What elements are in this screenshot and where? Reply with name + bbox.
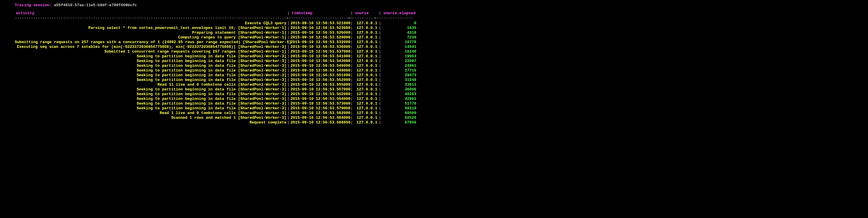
cell-timestamp: 2015-09-10 12:56:53.584000 <box>290 116 349 120</box>
column-separator: | <box>286 111 290 115</box>
cell-activity: Submitted 1 concurrent range requests co… <box>15 49 286 54</box>
cell-source: 127.0.0.1 <box>354 73 378 77</box>
table-row: Seeking to partition beginning in data f… <box>15 101 853 106</box>
column-separator: | <box>378 54 382 59</box>
cell-activity: Seeking to partition beginning in data f… <box>15 97 286 101</box>
divider-plus: + <box>374 16 377 20</box>
table-row: Parsing select * from vortex_powervomit_… <box>15 26 853 30</box>
column-separator: | <box>378 92 382 96</box>
column-separator: | <box>349 68 354 73</box>
cell-source: 127.0.0.1 <box>354 21 378 25</box>
cell-activity: Seeking to partition beginning in data f… <box>15 59 286 63</box>
cell-activity: Seeking to partition beginning in data f… <box>15 54 286 59</box>
column-separator: | <box>378 73 382 77</box>
cell-timestamp: 2015-09-10 12:56:53.523000 <box>290 26 349 30</box>
divider-plus: + <box>348 16 350 20</box>
cell-source: 127.0.0.1 <box>354 59 378 63</box>
column-separator: | <box>378 120 382 125</box>
column-separator: | <box>349 30 354 35</box>
cell-timestamp: 2015-09-10 12:56:53.549000 <box>290 68 349 73</box>
column-separator: | <box>286 40 290 44</box>
cell-activity: Seeking to partition beginning in data f… <box>15 106 286 111</box>
column-separator: | <box>349 40 354 44</box>
cell-timestamp: 2015-09-10 12:56:53.536000 <box>290 44 349 49</box>
cell-source: 127.0.0.1 <box>354 26 378 30</box>
divider-activity: ----------------------------------------… <box>15 16 286 20</box>
cell-source: 127.0.0.1 <box>354 54 378 59</box>
cell-source: 127.0.0.1 <box>354 40 378 44</box>
column-separator: | <box>378 106 382 111</box>
column-separator: | <box>378 116 382 120</box>
column-separator: | <box>286 78 290 82</box>
header-elapsed: source_elapsed <box>382 11 417 15</box>
column-separator: | <box>378 11 382 15</box>
table-row: Read 1 live and 0 tombstone cells [Share… <box>15 111 853 115</box>
column-separator: | <box>349 44 354 49</box>
column-separator: | <box>286 120 290 125</box>
column-separator: | <box>286 116 290 120</box>
table-row: Read 11 live and 0 tombstone cells [Shar… <box>15 83 853 87</box>
cell-elapsed: 24961 <box>382 63 417 68</box>
table-header-row: activity|timestamp|source|source_elapsed <box>15 11 853 15</box>
header-activity: activity <box>15 11 286 15</box>
cell-activity: Seeking to partition beginning in data f… <box>15 63 286 68</box>
cell-timestamp: 2015-09-10 12:56:53.551000 <box>290 73 349 77</box>
cell-source: 127.0.0.1 <box>354 78 378 82</box>
cell-elapsed: 0 <box>382 21 417 25</box>
cell-elapsed: 22097 <box>382 59 417 63</box>
cell-source: 127.0.0.1 <box>354 68 378 73</box>
table-row: Seeking to partition beginning in data f… <box>15 78 853 82</box>
cell-elapsed: 16240 <box>382 49 417 54</box>
column-separator: | <box>349 11 354 15</box>
column-separator: | <box>349 35 354 39</box>
cell-activity: Request complete <box>15 120 286 125</box>
table-row: Seeking to partition beginning in data f… <box>15 92 853 96</box>
column-separator: | <box>378 49 382 54</box>
cell-source: 127.0.0.1 <box>354 97 378 101</box>
header-source: source <box>354 11 378 15</box>
column-separator: | <box>378 83 382 87</box>
column-separator: | <box>349 26 354 30</box>
column-separator: | <box>349 49 354 54</box>
cell-activity: Submitting range requests on 257 ranges … <box>15 40 286 44</box>
cell-activity: Read 11 live and 0 tombstone cells [Shar… <box>15 83 286 87</box>
cell-elapsed: 10778 <box>382 40 417 44</box>
cell-elapsed: 4318 <box>382 30 417 35</box>
table-row: Seeking to partition beginning in data f… <box>15 87 853 92</box>
column-separator: | <box>378 21 382 25</box>
cell-timestamp: 2015-09-10 12:56:53.557000 <box>290 87 349 92</box>
column-separator: | <box>286 68 290 73</box>
column-separator: | <box>378 26 382 30</box>
column-separator: | <box>378 63 382 68</box>
cell-source: 127.0.0.1 <box>354 101 378 106</box>
column-separator: | <box>286 49 290 54</box>
cell-elapsed: 58210 <box>382 106 417 111</box>
cell-source: 127.0.0.1 <box>354 120 378 125</box>
cell-elapsed: 60590 <box>382 111 417 115</box>
table-row: Seeking to partition beginning in data f… <box>15 106 853 111</box>
column-separator: | <box>286 106 290 111</box>
cell-activity: Seeking to partition beginning in data f… <box>15 101 286 106</box>
table-row: Seeking to partition beginning in data f… <box>15 97 853 101</box>
table-row: Seeking to partition beginning in data f… <box>15 54 853 59</box>
column-separator: | <box>378 59 382 63</box>
divider-source: ----------- <box>350 16 374 20</box>
cell-elapsed: 36066 <box>382 87 417 92</box>
column-separator: | <box>349 21 354 25</box>
table-row: Request complete|2015-09-10 12:56:53.588… <box>15 120 853 125</box>
header-timestamp: timestamp <box>290 11 349 15</box>
cell-elapsed: 19963 <box>382 54 417 59</box>
cell-activity: Seeking to partition beginning in data f… <box>15 73 286 77</box>
table-row: Seeking to partition beginning in data f… <box>15 63 853 68</box>
column-separator: | <box>286 54 290 59</box>
cell-elapsed: 14541 <box>382 44 417 49</box>
column-separator: | <box>286 59 290 63</box>
cell-source: 127.0.0.1 <box>354 63 378 68</box>
cell-activity: Parsing select * from vortex_powervomit_… <box>15 26 286 30</box>
column-separator: | <box>286 44 290 49</box>
cell-timestamp: 2015-09-10 12:56:53.541000 <box>290 54 349 59</box>
table-row: Computing ranges to query [SharedPool-Wo… <box>15 35 853 39</box>
column-separator: | <box>349 101 354 106</box>
column-separator: | <box>378 87 382 92</box>
cell-activity: Executing seq scan across 7 sstables for… <box>15 44 286 49</box>
